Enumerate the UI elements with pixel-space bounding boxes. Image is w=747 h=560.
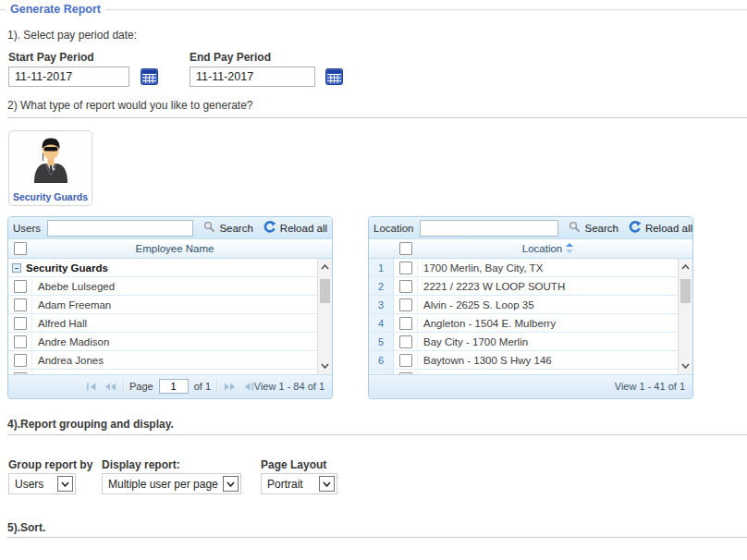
- page-number-input[interactable]: [159, 379, 189, 394]
- location-rows: 1 1700 Merlin, Bay City, TX 2 2221 / 222…: [369, 259, 678, 374]
- location-row-checkbox[interactable]: [399, 317, 412, 330]
- user-row[interactable]: Adam Freeman: [8, 296, 317, 314]
- start-calendar-icon[interactable]: [141, 68, 158, 85]
- location-search-input[interactable]: [420, 220, 558, 237]
- user-row-checkbox[interactable]: [14, 335, 27, 348]
- location-search-button[interactable]: Search: [569, 221, 618, 235]
- user-row-checkbox[interactable]: [14, 280, 27, 293]
- divider: [7, 434, 747, 435]
- collapse-group-icon[interactable]: [12, 263, 21, 273]
- users-search-button[interactable]: Search: [203, 221, 252, 235]
- users-grid-body: Security Guards Abebe Lulseged Adam Free…: [8, 259, 332, 374]
- users-pager: Page of 1 View 1 - 84 of 1: [8, 374, 332, 397]
- reload-icon: [263, 221, 276, 236]
- scroll-up-icon[interactable]: [679, 260, 692, 274]
- display-report-label: Display report:: [102, 458, 180, 471]
- user-row-checkbox[interactable]: [14, 317, 27, 330]
- users-select-all-checkbox[interactable]: [14, 242, 27, 255]
- fieldset-border: [0, 9, 747, 10]
- pager-separator: [216, 380, 217, 394]
- next-page-icon[interactable]: [223, 383, 237, 391]
- users-search-input[interactable]: [47, 220, 193, 237]
- end-pay-period-input[interactable]: [190, 67, 315, 87]
- location-row[interactable]: 2 2221 / 2223 W LOOP SOUTH: [369, 277, 678, 296]
- start-pay-period-input[interactable]: [8, 67, 129, 87]
- users-group-row[interactable]: Security Guards: [8, 259, 317, 277]
- location-column-header[interactable]: Location: [418, 243, 678, 255]
- location-row[interactable]: 3 Alvin - 2625 S. Loop 35: [369, 296, 678, 314]
- end-pay-period-label: End Pay Period: [190, 51, 271, 64]
- display-report-value: Multiple user per page: [104, 478, 223, 491]
- search-icon: [569, 221, 581, 235]
- location-row-checkbox[interactable]: [399, 335, 412, 348]
- divider: [7, 537, 747, 538]
- location-view-count: View 1 - 41 of 1: [615, 375, 685, 397]
- row-checkbox-cell: [8, 351, 32, 369]
- location-panel: Location Search Reload a: [368, 216, 693, 399]
- end-calendar-icon[interactable]: [325, 68, 343, 85]
- location-row-checkbox[interactable]: [399, 262, 412, 274]
- users-grid-header: Employee Name: [8, 239, 332, 259]
- users-reload-button[interactable]: Reload all: [263, 221, 327, 236]
- scrollbar-thumb[interactable]: [680, 279, 691, 303]
- display-report-select[interactable]: Multiple user per page: [102, 473, 241, 494]
- user-row[interactable]: Abebe Lulseged: [8, 277, 317, 296]
- row-checkbox-cell: [8, 296, 32, 313]
- page-title: Generate Report: [6, 3, 105, 16]
- first-page-icon[interactable]: [85, 383, 98, 391]
- group-report-by-select[interactable]: Users: [8, 473, 76, 494]
- page-layout-select[interactable]: Portrait: [261, 473, 337, 494]
- location-row[interactable]: 1 1700 Merlin, Bay City, TX: [369, 259, 678, 277]
- row-number: 5: [369, 333, 394, 350]
- row-checkbox-cell: [8, 277, 32, 295]
- row-checkbox-cell: [8, 314, 32, 332]
- location-grid-header: Location: [369, 239, 692, 259]
- user-row[interactable]: Andrea Jones: [8, 351, 317, 370]
- row-number: 3: [369, 296, 394, 313]
- report-type-security-guards-button[interactable]: Security Guards: [8, 130, 92, 206]
- pager-separator: [123, 380, 124, 394]
- employee-name-column-header: Employee Name: [32, 243, 317, 254]
- scroll-down-icon[interactable]: [318, 359, 332, 373]
- user-row-checkbox[interactable]: [14, 298, 27, 311]
- scroll-down-icon[interactable]: [679, 359, 692, 373]
- user-row-checkbox[interactable]: [14, 354, 27, 367]
- location-reload-button[interactable]: Reload all: [629, 221, 692, 236]
- page-layout-label: Page Layout: [261, 458, 326, 471]
- location-name: Baytown - 1300 S Hwy 146: [418, 351, 678, 369]
- user-name: Alfred Hall: [32, 314, 317, 332]
- user-name: Andre Madison: [32, 333, 317, 350]
- row-number: 6: [369, 351, 394, 369]
- location-name: Bay City - 1700 Merlin: [418, 333, 678, 350]
- page-layout-value: Portrait: [263, 478, 319, 491]
- row-checkbox-cell: [394, 351, 418, 369]
- location-row-checkbox[interactable]: [399, 280, 412, 293]
- prev-page-icon[interactable]: [104, 383, 117, 391]
- chevron-down-icon: [319, 476, 335, 492]
- location-grid-body: 1 1700 Merlin, Bay City, TX 2 2221 / 222…: [369, 259, 692, 374]
- group-label: Security Guards: [26, 262, 108, 274]
- scroll-up-icon[interactable]: [318, 260, 332, 274]
- user-row[interactable]: Andre Madison: [8, 333, 317, 351]
- location-scrollbar[interactable]: [678, 259, 692, 374]
- row-checkbox-cell: [394, 277, 418, 295]
- users-view-count: View 1 - 84 of 1: [254, 375, 325, 397]
- location-row[interactable]: 5 Bay City - 1700 Merlin: [369, 333, 678, 351]
- start-pay-period-label: Start Pay Period: [8, 51, 94, 64]
- user-row[interactable]: Alfred Hall: [8, 314, 317, 333]
- users-scrollbar[interactable]: [317, 259, 332, 374]
- location-row-checkbox[interactable]: [399, 354, 412, 367]
- user-name: Adam Freeman: [32, 296, 317, 313]
- section4-heading: 4).Report grouping and display.: [7, 418, 174, 431]
- location-column-label: Location: [522, 243, 562, 254]
- location-select-all-checkbox[interactable]: [399, 242, 412, 255]
- page-label: Page: [129, 381, 153, 392]
- users-label: Users: [13, 223, 41, 234]
- location-row[interactable]: 6 Baytown - 1300 S Hwy 146: [369, 351, 678, 370]
- location-row-checkbox[interactable]: [399, 298, 412, 311]
- search-icon: [203, 221, 215, 235]
- reload-icon: [629, 221, 642, 236]
- scrollbar-thumb[interactable]: [320, 279, 330, 303]
- location-row[interactable]: 4 Angleton - 1504 E. Mulberry: [369, 314, 678, 333]
- group-report-by-label: Group report by: [8, 458, 92, 471]
